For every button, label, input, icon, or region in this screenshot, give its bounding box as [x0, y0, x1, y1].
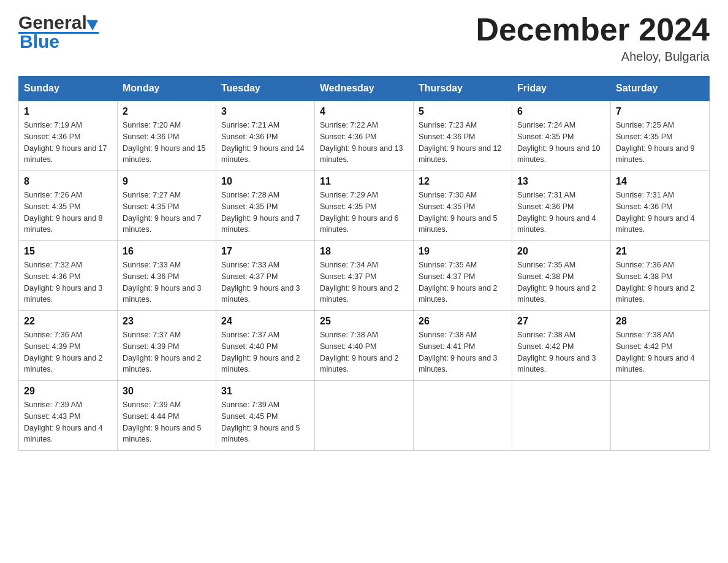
col-header-sunday: Sunday: [19, 77, 118, 101]
calendar-cell: 12 Sunrise: 7:30 AMSunset: 4:35 PMDaylig…: [414, 171, 512, 241]
calendar-table: SundayMondayTuesdayWednesdayThursdayFrid…: [18, 76, 710, 451]
calendar-cell: 13 Sunrise: 7:31 AMSunset: 4:36 PMDaylig…: [512, 171, 611, 241]
day-info: Sunrise: 7:37 AMSunset: 4:40 PMDaylight:…: [221, 329, 309, 375]
col-header-tuesday: Tuesday: [216, 77, 315, 101]
calendar-cell: 10 Sunrise: 7:28 AMSunset: 4:35 PMDaylig…: [216, 171, 315, 241]
day-info: Sunrise: 7:35 AMSunset: 4:37 PMDaylight:…: [419, 259, 507, 305]
logo-text-eneral: eneral: [32, 12, 86, 33]
day-number: 30: [123, 386, 211, 397]
header: G eneral Blue December 2024 Aheloy, Bulg…: [18, 12, 710, 64]
day-number: 2: [123, 106, 211, 117]
day-number: 24: [221, 316, 309, 327]
location: Aheloy, Bulgaria: [476, 50, 710, 64]
calendar-week-row: 8 Sunrise: 7:26 AMSunset: 4:35 PMDayligh…: [19, 171, 710, 241]
day-number: 20: [517, 246, 605, 257]
day-number: 3: [221, 106, 309, 117]
calendar-header-row: SundayMondayTuesdayWednesdayThursdayFrid…: [19, 77, 710, 101]
calendar-cell: 23 Sunrise: 7:37 AMSunset: 4:39 PMDaylig…: [118, 311, 216, 381]
day-number: 19: [419, 246, 507, 257]
day-info: Sunrise: 7:20 AMSunset: 4:36 PMDaylight:…: [123, 120, 211, 166]
calendar-week-row: 29 Sunrise: 7:39 AMSunset: 4:43 PMDaylig…: [19, 381, 710, 451]
day-number: 14: [616, 176, 704, 187]
day-number: 6: [517, 106, 605, 117]
col-header-saturday: Saturday: [611, 77, 710, 101]
calendar-cell: 17 Sunrise: 7:33 AMSunset: 4:37 PMDaylig…: [216, 241, 315, 311]
calendar-cell: 24 Sunrise: 7:37 AMSunset: 4:40 PMDaylig…: [216, 311, 315, 381]
month-title: December 2024: [476, 12, 710, 47]
calendar-cell: 9 Sunrise: 7:27 AMSunset: 4:35 PMDayligh…: [118, 171, 216, 241]
col-header-thursday: Thursday: [414, 77, 512, 101]
calendar-cell: 2 Sunrise: 7:20 AMSunset: 4:36 PMDayligh…: [118, 101, 216, 171]
day-info: Sunrise: 7:36 AMSunset: 4:39 PMDaylight:…: [24, 329, 112, 375]
day-number: 23: [123, 316, 211, 327]
calendar-cell: [611, 381, 710, 451]
calendar-cell: 19 Sunrise: 7:35 AMSunset: 4:37 PMDaylig…: [414, 241, 512, 311]
day-number: 17: [221, 246, 309, 257]
calendar-cell: 3 Sunrise: 7:21 AMSunset: 4:36 PMDayligh…: [216, 101, 315, 171]
day-number: 27: [517, 316, 605, 327]
day-info: Sunrise: 7:32 AMSunset: 4:36 PMDaylight:…: [24, 259, 112, 305]
logo-text-g: G: [18, 12, 32, 33]
day-info: Sunrise: 7:36 AMSunset: 4:38 PMDaylight:…: [616, 259, 704, 305]
day-info: Sunrise: 7:22 AMSunset: 4:36 PMDaylight:…: [320, 120, 408, 166]
calendar-cell: 16 Sunrise: 7:33 AMSunset: 4:36 PMDaylig…: [118, 241, 216, 311]
logo: G eneral Blue: [18, 12, 99, 52]
day-info: Sunrise: 7:27 AMSunset: 4:35 PMDaylight:…: [123, 190, 211, 236]
calendar-cell: 30 Sunrise: 7:39 AMSunset: 4:44 PMDaylig…: [118, 381, 216, 451]
calendar-cell: 26 Sunrise: 7:38 AMSunset: 4:41 PMDaylig…: [414, 311, 512, 381]
day-number: 26: [419, 316, 507, 327]
calendar-cell: 25 Sunrise: 7:38 AMSunset: 4:40 PMDaylig…: [315, 311, 414, 381]
day-number: 7: [616, 106, 704, 117]
day-info: Sunrise: 7:39 AMSunset: 4:43 PMDaylight:…: [24, 399, 112, 445]
day-info: Sunrise: 7:19 AMSunset: 4:36 PMDaylight:…: [24, 120, 112, 166]
day-number: 21: [616, 246, 704, 257]
calendar-cell: 6 Sunrise: 7:24 AMSunset: 4:35 PMDayligh…: [512, 101, 611, 171]
day-info: Sunrise: 7:39 AMSunset: 4:44 PMDaylight:…: [123, 399, 211, 445]
calendar-cell: 4 Sunrise: 7:22 AMSunset: 4:36 PMDayligh…: [315, 101, 414, 171]
day-info: Sunrise: 7:31 AMSunset: 4:36 PMDaylight:…: [517, 190, 605, 236]
calendar-cell: [512, 381, 611, 451]
day-number: 11: [320, 176, 408, 187]
day-info: Sunrise: 7:33 AMSunset: 4:36 PMDaylight:…: [123, 259, 211, 305]
col-header-wednesday: Wednesday: [315, 77, 414, 101]
day-number: 13: [517, 176, 605, 187]
calendar-cell: 31 Sunrise: 7:39 AMSunset: 4:45 PMDaylig…: [216, 381, 315, 451]
day-info: Sunrise: 7:31 AMSunset: 4:36 PMDaylight:…: [616, 190, 704, 236]
calendar-cell: 1 Sunrise: 7:19 AMSunset: 4:36 PMDayligh…: [19, 101, 118, 171]
day-info: Sunrise: 7:38 AMSunset: 4:41 PMDaylight:…: [419, 329, 507, 375]
calendar-cell: 22 Sunrise: 7:36 AMSunset: 4:39 PMDaylig…: [19, 311, 118, 381]
calendar-cell: 21 Sunrise: 7:36 AMSunset: 4:38 PMDaylig…: [611, 241, 710, 311]
day-info: Sunrise: 7:34 AMSunset: 4:37 PMDaylight:…: [320, 259, 408, 305]
day-number: 29: [24, 386, 112, 397]
day-info: Sunrise: 7:35 AMSunset: 4:38 PMDaylight:…: [517, 259, 605, 305]
day-number: 10: [221, 176, 309, 187]
day-number: 16: [123, 246, 211, 257]
calendar-week-row: 22 Sunrise: 7:36 AMSunset: 4:39 PMDaylig…: [19, 311, 710, 381]
day-number: 31: [221, 386, 309, 397]
calendar-cell: 5 Sunrise: 7:23 AMSunset: 4:36 PMDayligh…: [414, 101, 512, 171]
day-info: Sunrise: 7:33 AMSunset: 4:37 PMDaylight:…: [221, 259, 309, 305]
calendar-cell: 8 Sunrise: 7:26 AMSunset: 4:35 PMDayligh…: [19, 171, 118, 241]
day-number: 4: [320, 106, 408, 117]
day-info: Sunrise: 7:30 AMSunset: 4:35 PMDaylight:…: [419, 190, 507, 236]
calendar-cell: 28 Sunrise: 7:38 AMSunset: 4:42 PMDaylig…: [611, 311, 710, 381]
day-info: Sunrise: 7:38 AMSunset: 4:42 PMDaylight:…: [616, 329, 704, 375]
day-number: 28: [616, 316, 704, 327]
day-info: Sunrise: 7:38 AMSunset: 4:40 PMDaylight:…: [320, 329, 408, 375]
day-info: Sunrise: 7:29 AMSunset: 4:35 PMDaylight:…: [320, 190, 408, 236]
day-info: Sunrise: 7:28 AMSunset: 4:35 PMDaylight:…: [221, 190, 309, 236]
day-info: Sunrise: 7:21 AMSunset: 4:36 PMDaylight:…: [221, 120, 309, 166]
day-number: 25: [320, 316, 408, 327]
day-info: Sunrise: 7:38 AMSunset: 4:42 PMDaylight:…: [517, 329, 605, 375]
logo-arrow-icon: [86, 15, 101, 30]
day-info: Sunrise: 7:23 AMSunset: 4:36 PMDaylight:…: [419, 120, 507, 166]
day-number: 8: [24, 176, 112, 187]
logo-text-blue: Blue: [18, 31, 99, 52]
calendar-week-row: 15 Sunrise: 7:32 AMSunset: 4:36 PMDaylig…: [19, 241, 710, 311]
title-area: December 2024 Aheloy, Bulgaria: [476, 12, 710, 64]
calendar-cell: [414, 381, 512, 451]
calendar-cell: 20 Sunrise: 7:35 AMSunset: 4:38 PMDaylig…: [512, 241, 611, 311]
col-header-monday: Monday: [118, 77, 216, 101]
calendar-cell: 7 Sunrise: 7:25 AMSunset: 4:35 PMDayligh…: [611, 101, 710, 171]
calendar-cell: 11 Sunrise: 7:29 AMSunset: 4:35 PMDaylig…: [315, 171, 414, 241]
